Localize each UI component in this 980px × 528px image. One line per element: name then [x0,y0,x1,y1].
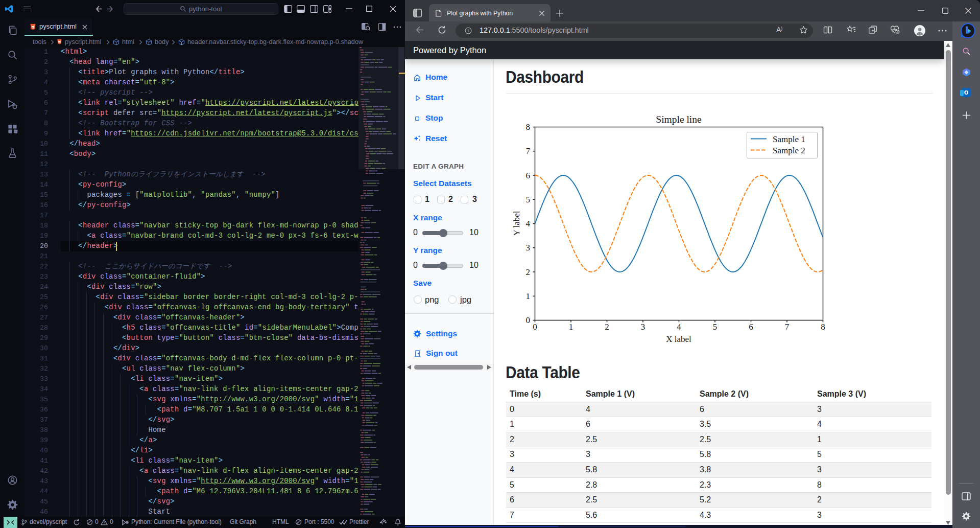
svg-text:2: 2 [605,322,609,332]
svg-text:5: 5 [526,195,531,204]
svg-text:4: 4 [526,219,531,228]
svg-text:Simple line: Simple line [656,114,701,125]
svg-text:3: 3 [641,322,646,332]
svg-text:2: 2 [526,267,531,277]
svg-text:Sample 1: Sample 1 [773,134,805,144]
svg-text:8: 8 [526,122,531,132]
svg-text:Y label: Y label [512,211,521,236]
svg-text:0: 0 [533,322,537,332]
svg-text:8: 8 [821,322,825,332]
svg-text:X label: X label [666,334,691,344]
svg-text:7: 7 [526,146,531,156]
svg-text:3: 3 [526,243,531,252]
svg-text:0: 0 [526,315,531,325]
svg-text:5: 5 [713,322,718,332]
svg-text:7: 7 [785,322,790,332]
svg-text:1: 1 [526,291,531,301]
svg-text:1: 1 [569,322,573,332]
svg-text:4: 4 [677,322,681,332]
svg-text:6: 6 [526,171,531,180]
svg-text:6: 6 [749,322,753,332]
svg-text:Sample 2: Sample 2 [773,146,805,155]
